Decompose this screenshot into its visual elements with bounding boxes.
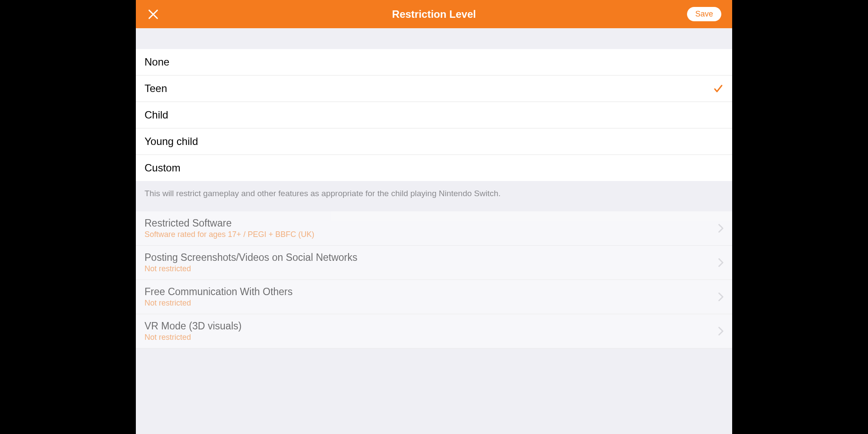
detail-item-restricted-software[interactable]: Restricted Software Software rated for a…: [136, 211, 732, 246]
spacer: [136, 28, 732, 49]
chevron-right-icon: [718, 258, 723, 267]
detail-item-posting-screenshots[interactable]: Posting Screenshots/Videos on Social Net…: [136, 246, 732, 280]
level-item-child[interactable]: Child: [136, 102, 732, 128]
detail-subtitle: Not restricted: [145, 333, 242, 342]
detail-title: Restricted Software: [145, 217, 314, 229]
detail-item-vr-mode[interactable]: VR Mode (3D visuals) Not restricted: [136, 314, 732, 349]
detail-title: Posting Screenshots/Videos on Social Net…: [145, 252, 358, 263]
chevron-right-icon: [718, 224, 723, 233]
chevron-right-icon: [718, 327, 723, 335]
page-title: Restriction Level: [392, 8, 476, 20]
level-label: Young child: [145, 135, 198, 148]
detail-subtitle: Not restricted: [145, 264, 358, 273]
detail-subtitle: Not restricted: [145, 299, 293, 308]
header-bar: Restriction Level Save: [136, 0, 732, 28]
level-item-young-child[interactable]: Young child: [136, 128, 732, 155]
detail-content: Restricted Software Software rated for a…: [145, 217, 314, 239]
detail-list: Restricted Software Software rated for a…: [136, 211, 732, 349]
detail-title: Free Communication With Others: [145, 286, 293, 298]
level-label: Child: [145, 109, 168, 121]
detail-subtitle: Software rated for ages 17+ / PEGI + BBF…: [145, 230, 314, 239]
close-button[interactable]: [147, 8, 160, 21]
close-icon: [147, 8, 159, 20]
app-container: Restriction Level Save None Teen Child Y…: [136, 0, 732, 434]
detail-content: Posting Screenshots/Videos on Social Net…: [145, 252, 358, 273]
level-item-teen[interactable]: Teen: [136, 76, 732, 102]
level-label: Teen: [145, 82, 167, 95]
restriction-level-list: None Teen Child Young child Custom: [136, 49, 732, 181]
detail-title: VR Mode (3D visuals): [145, 320, 242, 332]
level-description: This will restrict gameplay and other fe…: [136, 181, 732, 211]
checkmark-icon: [713, 83, 723, 94]
level-item-none[interactable]: None: [136, 49, 732, 76]
chevron-right-icon: [718, 293, 723, 301]
detail-item-free-communication[interactable]: Free Communication With Others Not restr…: [136, 280, 732, 314]
save-button[interactable]: Save: [687, 7, 721, 21]
level-item-custom[interactable]: Custom: [136, 155, 732, 181]
detail-content: Free Communication With Others Not restr…: [145, 286, 293, 308]
detail-content: VR Mode (3D visuals) Not restricted: [145, 320, 242, 342]
level-label: None: [145, 56, 169, 68]
level-label: Custom: [145, 162, 181, 174]
